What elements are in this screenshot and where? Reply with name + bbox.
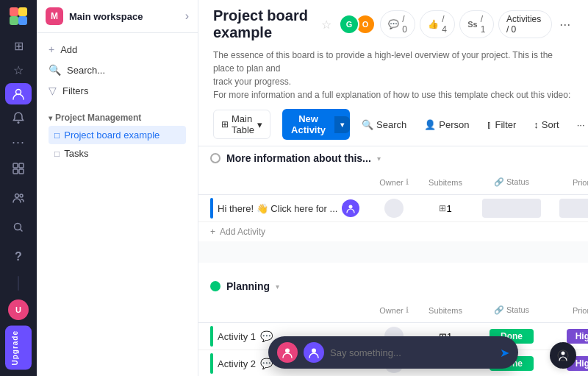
subitems-cell[interactable]: ⊞ 1 xyxy=(416,203,475,214)
group-dot-planning xyxy=(210,281,220,291)
sidebar-nav: + Add 🔍 Search... ▽ Filters xyxy=(37,33,198,107)
svg-rect-0 xyxy=(10,7,18,16)
search-toolbar-label: Search xyxy=(376,119,406,130)
workspace-name: Main workspace xyxy=(69,11,179,22)
chat-bar: ➤ xyxy=(268,336,518,369)
tasks-icon: □ xyxy=(54,149,60,159)
svg-rect-9 xyxy=(19,169,24,174)
svg-point-15 xyxy=(312,349,316,353)
comments-stat[interactable]: 💬 / 0 xyxy=(380,10,415,38)
app-logo[interactable] xyxy=(7,6,30,26)
bottom-help-button[interactable] xyxy=(550,342,576,369)
star-icon[interactable]: ☆ xyxy=(321,18,331,32)
upgrade-button[interactable]: Upgrade xyxy=(5,326,32,370)
row-avatar-icon xyxy=(342,199,359,217)
add-icon: + xyxy=(49,43,54,55)
main-header: Project board example ☆ G O 💬 / 0 👍 / 4 … xyxy=(198,0,588,146)
sidebar-search-label: Search... xyxy=(67,65,105,76)
nav-workspace-icon[interactable] xyxy=(5,83,32,104)
priority-cell[interactable] xyxy=(548,199,588,218)
sidebar-collapse-button[interactable]: › xyxy=(185,10,189,23)
col-name-p xyxy=(210,301,372,319)
likes-icon: 👍 xyxy=(428,19,439,29)
new-activity-dropdown-icon[interactable]: ▾ xyxy=(334,116,350,133)
nav-home-icon[interactable]: ⊞ xyxy=(5,35,32,57)
toolbar: ⊞ Main Table ▾ New Activity ▾ 🔍 Search 👤… xyxy=(213,103,573,146)
sidebar-item-project-board[interactable]: □ Project board example xyxy=(49,126,186,144)
nav-grid-icon[interactable] xyxy=(5,155,32,182)
row-indicator xyxy=(210,353,213,374)
sidebar-nav-add[interactable]: + Add xyxy=(37,39,198,60)
add-activity-more-info[interactable]: + Add Activity xyxy=(198,222,588,241)
row-indicator xyxy=(210,326,213,347)
table-label: Main Table xyxy=(232,113,254,135)
likes-stat[interactable]: 👍 / 4 xyxy=(420,10,455,38)
col-priority-p: Priority xyxy=(548,301,588,319)
col-name xyxy=(210,173,372,191)
activities-button[interactable]: Activities / 0 xyxy=(498,10,553,38)
group-header-more-info: More information about this... ▾ xyxy=(198,146,588,170)
avatar-1: G xyxy=(339,14,359,35)
table-icon: ⊞ xyxy=(221,119,229,130)
sidebar-nav-search[interactable]: 🔍 Search... xyxy=(37,60,198,80)
nav-starred-icon[interactable]: ☆ xyxy=(5,60,32,81)
owner-avatar[interactable] xyxy=(384,199,404,218)
chat-send-icon[interactable]: ➤ xyxy=(500,346,509,360)
ss-stat[interactable]: Ss / 1 xyxy=(459,10,494,38)
person-toolbar-button[interactable]: 👤 Person xyxy=(418,116,475,133)
col-status-p: 🔗 Status xyxy=(475,301,548,319)
row-name-cell: Hi there! 👋 Click here for ... xyxy=(210,198,372,219)
avatar-group: G O xyxy=(339,14,376,35)
sort-toolbar-label: Sort xyxy=(542,119,559,130)
group-columns-planning: Owner ℹ Subitems 🔗 Status Priority 🔗 Tim… xyxy=(198,298,588,323)
toolbar-more-button[interactable]: ··· xyxy=(571,116,588,133)
nav-notifications-icon[interactable] xyxy=(5,107,32,129)
desc-line-3: For more information and a full explanat… xyxy=(213,88,573,102)
nav-user-avatar[interactable]: U xyxy=(5,297,32,323)
sidebar-add-label: Add xyxy=(60,44,77,55)
sidebar-nav-filters[interactable]: ▽ Filters xyxy=(37,80,198,101)
nav-search-icon[interactable] xyxy=(5,214,32,241)
col-status: 🔗 Status xyxy=(475,173,548,191)
comments-icon: 💬 xyxy=(388,19,399,29)
person-toolbar-label: Person xyxy=(439,119,469,130)
group-more-info: More information about this... ▾ Owner ℹ… xyxy=(198,146,588,263)
filter-nav-icon: ▽ xyxy=(49,85,57,96)
row-label[interactable]: Activity 2 xyxy=(218,358,256,369)
header-more-button[interactable]: ··· xyxy=(556,14,573,35)
status-cell[interactable] xyxy=(475,199,548,218)
table-selector[interactable]: ⊞ Main Table ▾ xyxy=(213,110,270,139)
page-title: Project board example xyxy=(213,7,314,41)
workspace-logo: M xyxy=(46,7,63,25)
sort-toolbar-button[interactable]: ↕ Sort xyxy=(528,116,564,133)
svg-rect-8 xyxy=(13,169,18,174)
search-toolbar-button[interactable]: 🔍 Search xyxy=(356,116,412,133)
chat-user-avatar xyxy=(304,342,324,363)
chat-input[interactable] xyxy=(330,347,494,358)
sidebar-tasks-label: Tasks xyxy=(64,148,88,159)
group-expand-icon[interactable]: ▾ xyxy=(377,155,381,163)
ss-value: / 1 xyxy=(481,14,486,35)
col-subitems-p: Subitems xyxy=(416,301,475,319)
ss-label: Ss xyxy=(467,20,477,29)
sum-row-more-info: $0 sum xyxy=(198,241,588,263)
nav-more-icon[interactable]: ··· xyxy=(5,132,32,153)
comment-icon[interactable]: 💬 xyxy=(260,330,273,342)
row-label[interactable]: Hi there! 👋 Click here for ... xyxy=(218,203,337,214)
sidebar-item-tasks[interactable]: □ Tasks xyxy=(49,144,186,163)
filter-toolbar-button[interactable]: ⫿ Filter xyxy=(481,116,522,133)
new-activity-label: New Activity xyxy=(291,113,326,135)
page-description: The essence of this board is to provide … xyxy=(213,44,573,103)
group-expand-planning-icon[interactable]: ▾ xyxy=(276,283,279,291)
chat-person-icon xyxy=(277,342,298,363)
nav-help-icon[interactable]: ? xyxy=(5,244,32,270)
new-activity-button[interactable]: New Activity ▾ xyxy=(282,109,350,140)
sidebar-section-title: ▾ Project Management xyxy=(49,113,186,123)
group-name-more-info: More information about this... xyxy=(226,152,371,164)
row-label[interactable]: Activity 1 xyxy=(218,331,256,342)
priority-badge-a1[interactable]: High xyxy=(567,329,588,344)
add-icon: + xyxy=(210,227,215,237)
nav-team-icon[interactable] xyxy=(5,185,32,211)
group-header-planning: Planning ▾ xyxy=(198,274,588,298)
priority-cell-a1[interactable]: High xyxy=(548,329,588,344)
